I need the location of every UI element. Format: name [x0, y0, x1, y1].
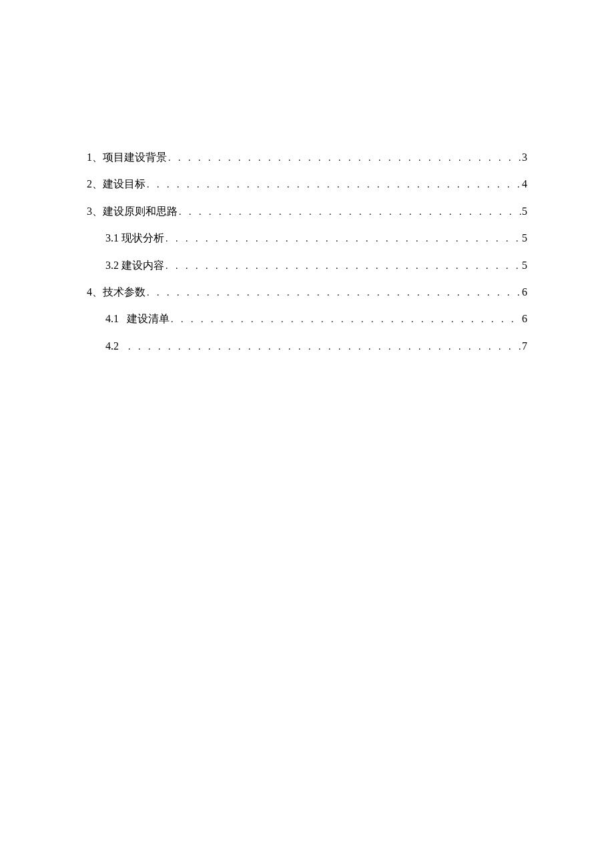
toc-entry-page: 5: [522, 204, 527, 219]
toc-entry-page: 4: [522, 177, 527, 191]
toc-entry-title: 2、建设目标: [87, 177, 145, 191]
toc-entry-page: 6: [522, 285, 527, 300]
toc-dots: [127, 340, 522, 354]
toc-entry-title: 1、项目建设背景: [87, 150, 167, 165]
toc-dots: [164, 232, 522, 246]
toc-entry-page: 3: [522, 150, 527, 165]
toc-entry-title: 3、建设原则和思路: [87, 204, 178, 219]
toc-entry-title: 4、技术参数: [87, 285, 145, 300]
toc-dots: [145, 286, 522, 300]
toc-entry-title: 4.2: [105, 339, 127, 354]
toc-dots: [170, 313, 522, 326]
toc-dots: [145, 178, 522, 191]
toc-dots: [164, 260, 522, 273]
toc-entry[interactable]: 3.1 现状分析 5: [87, 231, 527, 246]
toc-entry-title: 3.1 现状分析: [105, 231, 164, 246]
toc-entry-page: 6: [522, 312, 527, 326]
toc-entry[interactable]: 3、建设原则和思路 5: [87, 204, 527, 219]
toc-entry[interactable]: 3.2 建设内容 5: [87, 258, 527, 273]
toc-entry[interactable]: 4.2 7: [87, 339, 527, 354]
toc-entry-page: 5: [522, 231, 527, 246]
toc-entry-title: 4.1建设清单: [105, 312, 170, 326]
toc-entry-title: 3.2 建设内容: [105, 258, 164, 273]
toc-entry[interactable]: 4.1建设清单 6: [87, 312, 527, 326]
toc-entry[interactable]: 2、建设目标 4: [87, 177, 527, 191]
toc-entry-page: 5: [522, 258, 527, 273]
toc-entry[interactable]: 4、技术参数 6: [87, 285, 527, 300]
toc-dots: [167, 151, 522, 165]
toc-container: 1、项目建设背景 3 2、建设目标 4 3、建设原则和思路 5 3.1 现状分析…: [0, 0, 614, 354]
toc-entry-page: 7: [522, 339, 527, 354]
toc-dots: [178, 205, 522, 219]
toc-entry[interactable]: 1、项目建设背景 3: [87, 150, 527, 165]
